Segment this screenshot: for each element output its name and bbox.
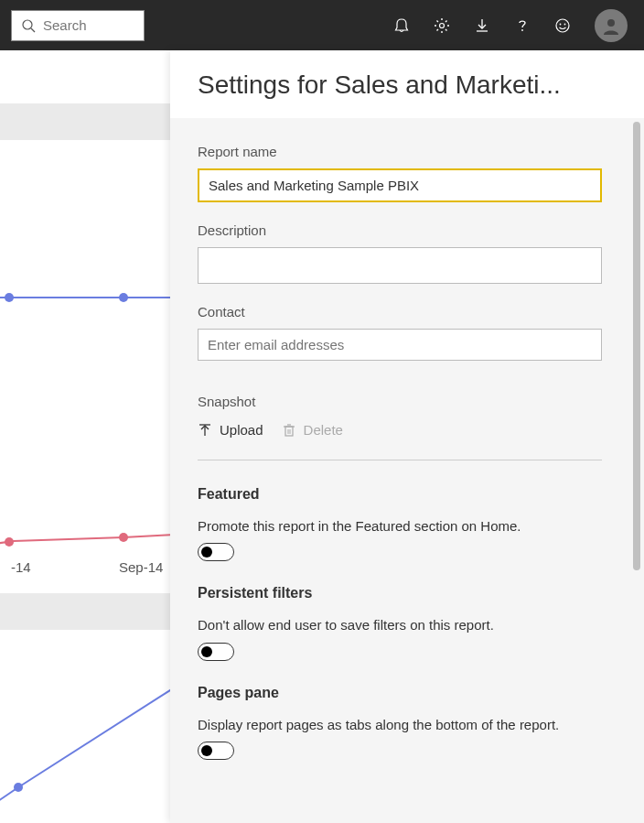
search-placeholder: Search [43,17,87,33]
app-topbar: Search [0,0,644,50]
persistent-filters-description: Don't allow end user to save filters on … [198,616,617,634]
panel-body: Report name Description Contact Snapshot… [170,118,644,823]
svg-point-19 [119,533,128,542]
settings-icon[interactable] [434,17,450,34]
axis-label: -14 [11,559,31,575]
svg-point-9 [607,19,615,27]
user-avatar[interactable] [595,9,628,42]
report-background: -14 Sep-14 [0,50,170,823]
settings-panel: Settings for Sales and Marketi... Report… [170,50,644,823]
divider [198,460,602,460]
snapshot-actions: Upload Delete [198,418,617,460]
line-chart-fragment-blue2 [0,691,170,823]
trash-icon [282,423,296,438]
feedback-icon[interactable] [554,17,571,34]
svg-point-8 [564,23,566,25]
download-icon[interactable] [474,17,490,34]
delete-label: Delete [304,422,343,438]
svg-point-7 [560,23,562,25]
featured-heading: Featured [198,486,617,503]
svg-point-22 [14,783,23,792]
panel-title: Settings for Sales and Marketi... [198,70,617,100]
svg-point-0 [23,20,32,29]
svg-line-1 [31,28,35,32]
toggle-knob [201,646,212,657]
featured-description: Promote this report in the Featured sect… [198,517,617,536]
description-input[interactable] [198,247,602,284]
svg-line-17 [123,534,170,537]
search-icon [21,18,36,33]
toggle-knob [201,547,212,558]
help-icon[interactable] [514,17,531,34]
search-input[interactable]: Search [11,10,145,41]
snapshot-delete-button: Delete [282,422,343,438]
pages-pane-description: Display report pages as tabs along the b… [198,716,617,734]
description-label: Description [198,222,617,238]
svg-line-21 [18,682,170,787]
snapshot-upload-button[interactable]: Upload [198,422,263,438]
snapshot-label: Snapshot [198,394,617,409]
upload-label: Upload [220,422,263,438]
persistent-filters-heading: Persistent filters [198,585,617,601]
svg-point-18 [5,537,14,547]
svg-line-20 [0,787,18,823]
svg-point-6 [556,19,569,32]
upload-icon [198,423,212,438]
notifications-icon[interactable] [393,17,410,34]
svg-point-2 [440,23,445,27]
scrollbar[interactable] [633,122,640,570]
topbar-icons [393,9,628,42]
report-name-input[interactable] [198,168,602,202]
pages-pane-toggle[interactable] [198,742,234,760]
svg-point-13 [5,293,14,302]
contact-input[interactable] [198,329,602,361]
contact-label: Contact [198,304,617,319]
pages-pane-heading: Pages pane [198,685,617,701]
svg-line-16 [14,537,123,541]
axis-label: Sep-14 [119,559,163,575]
report-name-label: Report name [198,144,617,159]
panel-header: Settings for Sales and Marketi... [170,50,644,118]
svg-rect-25 [285,427,293,436]
toggle-knob [201,745,212,756]
featured-toggle[interactable] [198,543,234,561]
svg-point-5 [521,29,523,31]
persistent-filters-toggle[interactable] [198,643,234,661]
line-chart-fragment-blue [0,279,170,334]
svg-point-14 [119,293,128,302]
